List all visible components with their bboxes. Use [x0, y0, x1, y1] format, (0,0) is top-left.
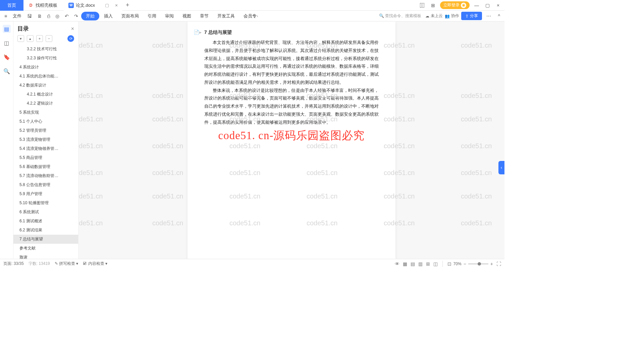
- outline-sync-icon[interactable]: ⟳: [67, 35, 74, 42]
- rail-search-icon[interactable]: 🔍: [3, 67, 11, 75]
- outline-item[interactable]: 参考文献: [13, 244, 78, 253]
- ribbon-tab-layout[interactable]: 页面布局: [117, 12, 143, 20]
- outline-item[interactable]: 5.1 个人中心: [13, 117, 78, 126]
- ribbon-tab-view[interactable]: 视图: [178, 12, 195, 20]
- outline-list[interactable]: 3.2.2 技术可行性3.2.3 操作可行性4 系统设计4.1 系统的总体功能……: [13, 45, 78, 259]
- outline-item[interactable]: 4.2.2 逻辑设计: [13, 99, 78, 108]
- outline-item[interactable]: 5.2 管理员管理: [13, 126, 78, 135]
- cloud-status[interactable]: ☁未上云: [425, 13, 443, 19]
- outline-expand-icon[interactable]: ▴: [27, 35, 34, 42]
- menu-icon[interactable]: ≡: [2, 12, 9, 20]
- status-contentcheck[interactable]: 🗹 内容检查 ▾: [83, 261, 107, 267]
- redo-icon[interactable]: ↷: [72, 12, 80, 20]
- outline-item[interactable]: 5.8 公告信息管理: [13, 180, 78, 189]
- rail-bookmark-icon[interactable]: 🔖: [3, 53, 11, 61]
- outline-item[interactable]: 5.6 基础数据管理: [13, 162, 78, 171]
- ribbon-tab-chapter[interactable]: 章节: [196, 12, 213, 20]
- outline-item[interactable]: 4.1 系统的总体功能…: [13, 72, 78, 81]
- close-icon[interactable]: ×: [115, 3, 118, 8]
- outline-item[interactable]: 5.7 流浪动物救助管…: [13, 171, 78, 180]
- outline-add-icon[interactable]: +: [36, 35, 43, 42]
- outline-item[interactable]: 4 系统设计: [13, 63, 78, 72]
- fullscreen-icon[interactable]: ⛶: [496, 261, 501, 267]
- outline-close-icon[interactable]: ×: [71, 26, 74, 32]
- outline-item[interactable]: 3.2.2 技术可行性: [13, 45, 78, 54]
- close-window-icon[interactable]: ×: [494, 3, 502, 8]
- view-read-icon[interactable]: ⊞: [426, 261, 430, 267]
- status-words[interactable]: 字数: 13419: [29, 261, 50, 267]
- print-icon[interactable]: ⎙: [45, 12, 52, 20]
- reader-mode-icon[interactable]: ⿲: [419, 3, 426, 8]
- ribbon-tab-insert[interactable]: 插入: [100, 12, 117, 20]
- minimize-icon[interactable]: —: [473, 3, 480, 8]
- login-button[interactable]: 立即登录 ◉: [440, 1, 470, 9]
- outline-collapse-icon[interactable]: ▾: [17, 35, 24, 42]
- outline-remove-icon[interactable]: −: [46, 35, 52, 42]
- zoom-slider[interactable]: [468, 263, 488, 265]
- titlebar-right: ⿲ ⊞ 立即登录 ◉ — ▢ ×: [419, 1, 504, 9]
- zoom-in-icon[interactable]: +: [490, 261, 493, 267]
- outline-item[interactable]: 6.2 测试结果: [13, 226, 78, 235]
- save-as-icon[interactable]: 🗎: [35, 12, 44, 20]
- status-spellcheck[interactable]: ✎ 拼写检查 ▾: [55, 261, 78, 267]
- collab-button[interactable]: 👥协作: [445, 13, 459, 19]
- view-outline-icon[interactable]: ▤: [411, 261, 415, 267]
- zoom-fit-icon[interactable]: ⊡: [447, 261, 451, 267]
- share-button[interactable]: ⇪分享: [461, 12, 482, 20]
- outline-item[interactable]: 6 系统测试: [13, 208, 78, 217]
- zoom-out-icon[interactable]: −: [464, 261, 466, 267]
- tab-template[interactable]: D 找稻壳模板: [23, 0, 64, 11]
- tab-home[interactable]: 首页: [0, 0, 23, 11]
- new-tab-button[interactable]: +: [122, 2, 132, 9]
- watermark-text: code51. cn-源码乐园盗图必究: [218, 128, 365, 143]
- outline-item[interactable]: 5.5 商品管理: [13, 153, 78, 162]
- view-page-icon[interactable]: ▦: [403, 261, 407, 267]
- statusbar: 页面: 33/35 字数: 13419 ✎ 拼写检查 ▾ 🗹 内容检查 ▾ 👁 …: [0, 259, 504, 268]
- outline-item[interactable]: 6.1 测试概述: [13, 217, 78, 226]
- outline-item[interactable]: 4.2.1 概念设计: [13, 90, 78, 99]
- template-icon: D: [28, 3, 34, 8]
- outline-item[interactable]: 3.2.3 操作可行性: [13, 54, 78, 63]
- rail-outline-icon[interactable]: ▤: [3, 25, 11, 33]
- spell-icon: ✎: [55, 261, 58, 266]
- bg-watermark: code51.cn: [461, 142, 492, 150]
- tab-popout-icon[interactable]: ▢: [105, 3, 109, 8]
- rail-clip-icon[interactable]: ◫: [3, 39, 11, 47]
- cloud-icon: ☁: [425, 14, 429, 18]
- ribbon-tab-review[interactable]: 审阅: [161, 12, 178, 20]
- ribbon-tab-member[interactable]: 会员专›: [239, 12, 262, 20]
- bg-watermark: code51.cn: [461, 92, 492, 100]
- ribbon-tab-reference[interactable]: 引用: [144, 12, 160, 20]
- file-menu[interactable]: 文件: [10, 12, 24, 20]
- preview-icon[interactable]: ◎: [53, 12, 62, 20]
- eye-icon[interactable]: 👁: [395, 261, 399, 267]
- view-web-icon[interactable]: ▥: [418, 261, 423, 267]
- more-icon[interactable]: ⋯: [484, 12, 493, 20]
- outline-item[interactable]: 5.3 流浪宠物管理: [13, 135, 78, 144]
- outline-item[interactable]: 5.10 轮播图管理: [13, 198, 78, 208]
- maximize-icon[interactable]: ▢: [484, 3, 491, 8]
- ribbon-tab-start[interactable]: 开始: [81, 12, 99, 20]
- collapse-ribbon-icon[interactable]: ^: [495, 12, 502, 20]
- share-icon: ⇪: [465, 14, 469, 18]
- zoom-value[interactable]: 70%: [453, 262, 462, 266]
- view-thumb-icon[interactable]: ◫: [433, 261, 438, 267]
- outline-item[interactable]: 4.2 数据库设计: [13, 81, 78, 90]
- left-rail: ▤ ◫ 🔖 🔍: [0, 21, 13, 259]
- outline-item[interactable]: 5.4 流浪宠物领养管…: [13, 144, 78, 153]
- tab-document[interactable]: W 论文.docx ▢ ×: [64, 0, 122, 11]
- ribbon-tab-dev[interactable]: 开发工具: [213, 12, 239, 20]
- search-input[interactable]: 🔍 查找命令、搜索模板: [377, 13, 423, 19]
- status-page[interactable]: 页面: 33/35: [3, 261, 24, 267]
- outline-item[interactable]: 5 系统实现: [13, 108, 78, 117]
- bg-watermark: code51.cn: [78, 92, 103, 100]
- save-icon[interactable]: 🖫: [25, 12, 34, 20]
- outline-item[interactable]: 7 总结与展望: [13, 235, 78, 244]
- apps-icon[interactable]: ⊞: [429, 3, 437, 8]
- outline-item[interactable]: 5.9 用户管理: [13, 189, 78, 198]
- undo-icon[interactable]: ↶: [62, 12, 71, 20]
- side-drawer-tab[interactable]: ‹: [498, 161, 504, 174]
- document-area[interactable]: 📄▸ 7 总结与展望 本文首先通过介绍课题的研究背景、现状、方法等内容，解释系统…: [78, 21, 504, 259]
- outline-item[interactable]: 致谢: [13, 253, 78, 259]
- paragraph-1: 本文首先通过介绍课题的研究背景、现状、方法等内容，解释系统的研发所具备实用价值和…: [204, 39, 379, 87]
